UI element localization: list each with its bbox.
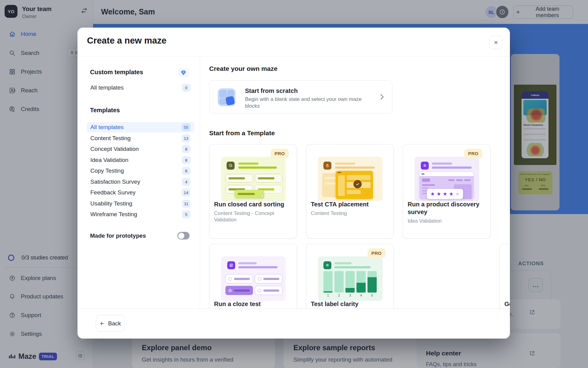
- premium-diamond-icon: [178, 68, 189, 77]
- scale-label: 3: [345, 294, 355, 297]
- category-satisfaction-survey[interactable]: Satisfaction Survey 4: [87, 177, 194, 187]
- category-wireframe-testing[interactable]: Wireframe Testing 5: [87, 209, 194, 220]
- close-button[interactable]: [489, 36, 503, 49]
- modal-title: Create a new maze: [87, 36, 167, 46]
- template-card-title: Test label clarity: [311, 300, 389, 308]
- count-badge: 8: [182, 167, 190, 175]
- scale-label: 4: [356, 294, 366, 297]
- count-badge: 11: [182, 200, 190, 208]
- star-icon: ★: [436, 191, 441, 197]
- scale-label: 5: [368, 294, 377, 297]
- scratch-card-title: Start from scratch: [245, 87, 298, 94]
- back-button[interactable]: Back: [96, 315, 125, 332]
- modal-header-divider: [77, 56, 510, 57]
- category-idea-validation[interactable]: Idea Validation 8: [87, 155, 194, 165]
- prototypes-toggle[interactable]: [177, 232, 190, 240]
- pro-badge: PRO: [368, 248, 386, 258]
- template-card-title: Get first impressions on: [504, 300, 510, 308]
- close-icon: [493, 40, 499, 45]
- label-clarity-illustration: 1 2 3 4 5: [318, 256, 383, 301]
- template-card-product-discovery[interactable]: PRO: [403, 144, 491, 239]
- count-badge: 4: [182, 178, 190, 186]
- template-card-subtitle: Content Testing · Concept Validation: [214, 210, 292, 223]
- category-copy-testing[interactable]: Copy Testing 8: [87, 166, 194, 176]
- scale-label: 1: [323, 294, 333, 297]
- prototypes-toggle-label: Made for prototypes: [90, 232, 146, 239]
- category-feedback-survey[interactable]: Feedback Survey 14: [87, 187, 194, 198]
- templates-section-heading: Start from a Template: [209, 129, 275, 137]
- template-card-title: Run a cloze test: [214, 300, 292, 308]
- discovery-survey-illustration: ★ ★ ★ ★ ★: [415, 157, 479, 201]
- cta-placement-illustration: [318, 157, 383, 201]
- category-usability-testing[interactable]: Usability Testing 11: [87, 198, 194, 209]
- star-icon: ★: [430, 191, 435, 197]
- template-card-closed-card-sorting[interactable]: PRO Run closed card sorting: [209, 144, 297, 239]
- scale-label: 2: [334, 294, 344, 297]
- own-maze-heading: Create your own maze: [209, 65, 277, 72]
- back-arrow-icon: [100, 321, 105, 326]
- app-screen: YO Your team Owner Home Search E Project…: [0, 0, 588, 368]
- scratch-card-description: Begin with a blank slate and select your…: [245, 96, 377, 109]
- count-badge: 13: [182, 134, 190, 142]
- pro-badge: PRO: [464, 149, 482, 158]
- start-from-scratch-card[interactable]: Start from scratch Begin with a blank sl…: [209, 80, 392, 113]
- card-sorting-illustration: [221, 157, 286, 201]
- count-badge: 55: [182, 123, 190, 131]
- chevron-right-icon: [378, 93, 386, 101]
- star-icon: ★: [455, 191, 460, 197]
- custom-templates-heading: Custom templates: [90, 69, 143, 76]
- create-maze-modal: Create a new maze Custom templates All t…: [77, 28, 510, 339]
- pro-badge: PRO: [271, 149, 289, 158]
- template-card-title: Run closed card sorting: [214, 201, 292, 208]
- custom-all-templates-row[interactable]: All templates 0: [87, 82, 194, 93]
- count-badge: 14: [182, 189, 190, 197]
- count-badge: 8: [182, 145, 190, 153]
- template-card-cta-placement[interactable]: Test CTA placement Content Testing: [306, 144, 394, 239]
- template-card-subtitle: Idea Validation: [408, 218, 486, 224]
- template-card-subtitle: Content Testing: [311, 210, 389, 217]
- star-icon: ★: [443, 191, 447, 197]
- modal-footer: Back: [77, 309, 510, 339]
- modal-panel-divider: [200, 57, 200, 310]
- template-card-title: Run a product discovery survey: [408, 201, 486, 216]
- star-icon: ★: [449, 191, 454, 197]
- cursor-icon: [260, 194, 265, 199]
- cloze-test-illustration: [221, 256, 286, 301]
- templates-heading: Templates: [90, 107, 120, 114]
- count-badge: 8: [182, 156, 190, 164]
- count-badge: 5: [182, 210, 190, 218]
- count-badge: 0: [182, 84, 190, 92]
- scratch-blocks-icon: [218, 88, 236, 106]
- template-card-title: Test CTA placement: [311, 201, 389, 208]
- category-content-testing[interactable]: Content Testing 13: [87, 133, 194, 144]
- category-concept-validation[interactable]: Concept Validation 8: [87, 144, 194, 154]
- toggle-knob: [178, 233, 184, 239]
- category-all-templates[interactable]: All templates 55: [87, 122, 194, 132]
